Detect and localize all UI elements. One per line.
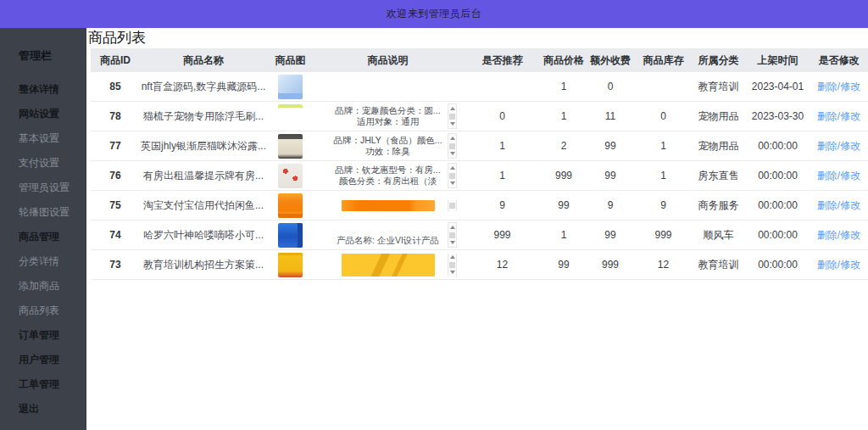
desc-scrollbar[interactable] — [448, 200, 457, 211]
cell-category: 宠物用品 — [691, 139, 746, 154]
cell-category: 教育培训 — [691, 258, 746, 272]
scroll-down-icon[interactable] — [450, 241, 455, 244]
scroll-thumb[interactable] — [449, 262, 455, 268]
col-header-stock: 商品库存 — [636, 53, 691, 68]
cell-extra-fee: 99 — [585, 170, 636, 181]
product-desc-text: 品牌：钦龙惠型号：有房... 颜色分类：有房出租（淡 — [326, 163, 451, 188]
desc-scrollbar[interactable] — [448, 133, 457, 159]
sidebar-item-product-list[interactable]: 商品列表 — [19, 305, 86, 316]
education-yellow-image — [278, 253, 303, 277]
table-row: 76 有房出租温馨提示牌有房... 品牌：钦龙惠型号：有房... 颜色分类：有房… — [91, 161, 868, 191]
scroll-up-icon[interactable] — [450, 226, 455, 229]
cell-product-name: 猫梳子宠物专用除浮毛刷... — [140, 109, 267, 124]
cell-extra-fee: 9 — [585, 199, 636, 211]
col-header-recommend: 是否推荐 — [462, 53, 542, 68]
scroll-up-icon[interactable] — [450, 166, 455, 170]
cell-price: 999 — [542, 170, 585, 181]
sidebar-item-product-management[interactable]: 商品管理 — [19, 232, 86, 242]
delete-edit-link[interactable]: 删除/修改 — [817, 170, 860, 181]
cell-price: 2 — [542, 140, 585, 152]
main-content: 商品列表 商品ID 商品名称 商品图 商品说明 是否推荐 商品价格 额外收费 商… — [86, 28, 868, 430]
cell-product-id: 78 — [91, 110, 140, 122]
scroll-thumb[interactable] — [449, 114, 455, 120]
sidebar-item-category-detail[interactable]: 分类详情 — [19, 256, 86, 266]
cell-shelf-time: 00:00:00 — [746, 170, 810, 181]
sidebar-item-order-management[interactable]: 订单管理 — [19, 330, 86, 340]
scroll-up-icon[interactable] — [450, 255, 455, 259]
sidebar-item-logout[interactable]: 退出 — [19, 404, 86, 414]
product-desc-text: 产品名称: 企业VI设计产品 — [326, 222, 451, 248]
desc-scrollbar[interactable] — [448, 222, 457, 248]
desc-orange-banner-image — [342, 200, 435, 211]
sidebar-item-overall-detail[interactable]: 整体详情 — [19, 84, 86, 94]
delete-edit-link[interactable]: 删除/修改 — [817, 199, 860, 211]
cell-recommend: 1 — [462, 140, 542, 152]
cell-product-image — [267, 223, 314, 248]
product-desc-text: 品牌：宠趣颜色分类：圆... 适用对象：通用 — [326, 103, 451, 129]
scroll-down-icon[interactable] — [450, 181, 455, 185]
cell-product-name: 有房出租温馨提示牌有房... — [140, 169, 267, 183]
cell-price: 1 — [542, 229, 585, 241]
sidebar-item-basic-settings[interactable]: 基本设置 — [19, 133, 86, 143]
cell-recommend: 9 — [462, 199, 542, 211]
scroll-down-icon[interactable] — [450, 271, 455, 274]
cell-product-id: 73 — [91, 259, 140, 271]
cell-product-name: 淘宝支付宝信用代拍闲鱼... — [140, 198, 267, 213]
cell-product-desc — [314, 200, 462, 211]
cell-recommend: 1 — [462, 170, 542, 181]
cell-price: 99 — [542, 199, 585, 211]
scroll-down-icon[interactable] — [450, 122, 455, 126]
sidebar-item-carousel-settings[interactable]: 轮播图设置 — [19, 207, 86, 217]
desc-scrollbar[interactable] — [448, 254, 457, 276]
sidebar: 管理栏 整体详情 网站设置 基本设置 支付设置 管理员设置 轮播图设置 商品管理… — [0, 28, 86, 430]
sidebar-item-ticket-management[interactable]: 工单管理 — [19, 379, 86, 389]
scroll-thumb[interactable] — [449, 143, 455, 149]
cell-price: 1 — [542, 110, 585, 122]
col-header-modify: 是否修改 — [810, 53, 868, 68]
rental-sign-image — [278, 164, 303, 188]
cell-product-id: 74 — [91, 229, 140, 241]
delete-edit-link[interactable]: 删除/修改 — [817, 259, 860, 271]
cell-stock: 1 — [636, 140, 691, 152]
cell-product-name: 哈罗六叶神哈喽嘀嗒小可... — [140, 228, 267, 243]
hallo-blue-image — [278, 223, 303, 248]
desc-line-1: 品牌：宠趣颜色分类：圆... — [326, 105, 451, 116]
scroll-up-icon[interactable] — [450, 107, 455, 110]
delete-edit-link[interactable]: 删除/修改 — [817, 229, 860, 241]
sidebar-item-add-product[interactable]: 添加商品 — [19, 281, 86, 291]
cell-extra-fee: 11 — [585, 110, 636, 122]
delete-edit-link[interactable]: 删除/修改 — [817, 81, 860, 92]
cell-extra-fee: 99 — [585, 229, 636, 241]
sidebar-item-user-management[interactable]: 用户管理 — [19, 355, 86, 365]
cell-product-image — [267, 75, 314, 99]
cell-product-image — [267, 104, 314, 129]
cell-stock: 12 — [636, 259, 691, 271]
col-header-product-id: 商品ID — [91, 53, 140, 68]
page-title: 商品列表 — [88, 30, 868, 47]
desc-scrollbar[interactable] — [448, 163, 457, 188]
table-row: 73 教育培训机构招生方案策... 12 99 999 12 教育培训 00:0… — [91, 250, 868, 280]
scroll-up-icon[interactable] — [450, 137, 455, 140]
sidebar-item-site-settings[interactable]: 网站设置 — [19, 109, 86, 119]
scroll-thumb[interactable] — [449, 173, 455, 179]
sidebar-item-admin-settings[interactable]: 管理员设置 — [19, 182, 86, 193]
scroll-down-icon[interactable] — [450, 152, 455, 155]
scroll-thumb[interactable] — [449, 232, 455, 238]
cell-shelf-time: 2023-03-30 — [746, 110, 810, 122]
cell-stock: 999 — [636, 229, 691, 241]
product-table: 商品ID 商品名称 商品图 商品说明 是否推荐 商品价格 额外收费 商品库存 所… — [91, 48, 868, 280]
table-row: 75 淘宝支付宝信用代拍闲鱼... 9 99 9 9 商务服务 00:00:00… — [91, 191, 868, 221]
product-desc-text: 品牌：JHLY（食品）颜色... 功效：除臭 — [326, 133, 451, 159]
sidebar-item-payment-settings[interactable]: 支付设置 — [19, 158, 86, 168]
scroll-thumb[interactable] — [449, 203, 455, 209]
desc-scrollbar[interactable] — [448, 103, 457, 129]
cell-product-image — [267, 164, 314, 188]
cell-product-desc — [314, 254, 462, 276]
delete-edit-link[interactable]: 删除/修改 — [817, 140, 860, 152]
cell-product-name: 教育培训机构招生方案策... — [140, 258, 267, 272]
cell-product-name: nft盲盒源码,数字典藏源码... — [140, 80, 267, 94]
cell-price: 99 — [542, 259, 585, 271]
cell-extra-fee: 99 — [585, 140, 636, 152]
delete-edit-link[interactable]: 删除/修改 — [817, 110, 860, 122]
cell-product-desc: 品牌：钦龙惠型号：有房... 颜色分类：有房出租（淡 — [314, 163, 462, 188]
